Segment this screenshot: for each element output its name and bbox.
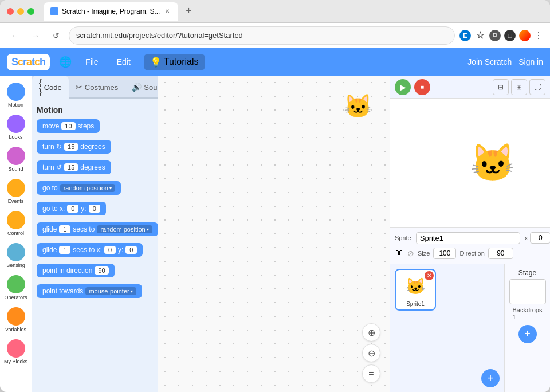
signin-button[interactable]: Sign in: [518, 57, 543, 66]
zoom-controls: ⊕ ⊖ =: [362, 323, 380, 383]
block-glide-to[interactable]: glide 1 secs to random position ▾: [37, 222, 158, 236]
tab-sounds-label: Sounds: [144, 83, 158, 92]
maximize-window-button[interactable]: [28, 8, 34, 15]
block-turn-ccw[interactable]: turn ↺ 15 degrees: [37, 160, 111, 174]
new-tab-button[interactable]: +: [180, 3, 197, 19]
forward-button[interactable]: →: [28, 28, 44, 44]
block-turn-cw-label: turn ↻: [42, 143, 62, 151]
large-stage-button[interactable]: ⊞: [511, 79, 527, 95]
url-input[interactable]: scratch.mit.edu/projects/editor/?tutoria…: [69, 26, 455, 45]
extension-e-icon[interactable]: E: [459, 30, 471, 41]
tab-sounds[interactable]: 🔊 Sounds: [125, 76, 158, 99]
stage-backdrop-thumb[interactable]: [509, 279, 546, 304]
block-point-towards-dropdown[interactable]: mouse-pointer ▾: [85, 287, 136, 295]
motion-label: Motion: [8, 102, 23, 108]
block-turn-ccw-suffix: degrees: [80, 163, 105, 171]
x-input[interactable]: [530, 232, 550, 244]
profile-icon[interactable]: □: [504, 30, 516, 41]
myblocks-label: My Blocks: [4, 359, 28, 364]
block-turn-cw-suffix: degrees: [80, 143, 105, 151]
variables-label: Variables: [5, 327, 26, 332]
edit-menu[interactable]: Edit: [112, 55, 135, 69]
block-point-dir[interactable]: point in direction 90: [37, 264, 115, 277]
block-glide-secs: 1: [59, 225, 70, 233]
minimize-window-button[interactable]: [17, 8, 24, 15]
script-area[interactable]: 🐱 ⊕ ⊖ =: [158, 76, 390, 392]
extension-icon[interactable]: ⧉: [489, 30, 501, 41]
zoom-out-button[interactable]: ⊖: [362, 344, 380, 362]
file-menu[interactable]: File: [81, 55, 103, 69]
sidebar-item-events[interactable]: Events: [1, 177, 31, 206]
stage-play-area: ▶ ■: [395, 79, 430, 95]
variables-circle: [7, 307, 25, 326]
block-glide-xy-secs: 1: [59, 246, 70, 254]
small-stage-button[interactable]: ⊟: [493, 79, 509, 95]
block-goto-xy[interactable]: go to x: 0 y: 0: [37, 202, 106, 215]
sound-circle: [7, 147, 25, 165]
show-sprite-button[interactable]: 👁: [395, 248, 404, 258]
main-content: Motion Looks Sound Events Control Sensin…: [0, 76, 550, 392]
block-turn-cw[interactable]: turn ↻ 15 degrees: [37, 140, 111, 154]
sprite-name-input[interactable]: [416, 232, 520, 244]
block-move[interactable]: move 10 steps: [37, 119, 100, 133]
sidebar-item-control[interactable]: Control: [1, 209, 31, 238]
sidebar-item-myblocks[interactable]: My Blocks: [1, 337, 31, 367]
block-goto[interactable]: go to random position ▾: [37, 181, 121, 195]
tab-code-label: Code: [44, 83, 62, 92]
block-point-towards[interactable]: point towards mouse-pointer ▾: [37, 284, 142, 298]
sprite-thumb-sprite1[interactable]: ✕ 🐱 Sprite1: [395, 269, 436, 311]
looks-label: Looks: [9, 134, 22, 140]
backdrops-count: 1: [513, 313, 516, 320]
size-input[interactable]: [433, 248, 456, 259]
avatar-icon[interactable]: [519, 30, 531, 41]
add-backdrop-button[interactable]: +: [518, 325, 537, 343]
refresh-button[interactable]: ↺: [48, 28, 64, 44]
fullscreen-button[interactable]: ⛶: [529, 79, 545, 95]
block-point-dir-label: point in direction: [42, 266, 92, 275]
sidebar-item-operators[interactable]: Operators: [1, 273, 31, 303]
motion-circle: [7, 83, 25, 101]
tab-area: Scratch - Imagine, Program, S... ✕ +: [44, 2, 543, 21]
tab-code[interactable]: { } Code: [32, 76, 69, 99]
tab-costumes[interactable]: ✂ Costumes: [69, 76, 125, 99]
size-label: Size: [418, 250, 430, 257]
sidebar-item-variables[interactable]: Variables: [1, 305, 31, 335]
close-window-button[interactable]: [7, 8, 14, 15]
block-point-dir-value: 90: [95, 266, 108, 275]
block-glide-xy[interactable]: glide 1 secs to x: 0 y: 0: [37, 243, 143, 257]
back-button[interactable]: ←: [7, 28, 23, 44]
sidebar-item-looks[interactable]: Looks: [1, 112, 31, 142]
sprite-name-label: Sprite: [395, 234, 411, 241]
sidebar-item-sensing[interactable]: Sensing: [1, 241, 31, 271]
add-sprite-button[interactable]: +: [481, 369, 500, 387]
stop-button[interactable]: ■: [414, 79, 430, 95]
block-glide-dropdown[interactable]: random position ▾: [97, 225, 152, 233]
hide-sprite-button[interactable]: ⊘: [407, 249, 414, 258]
block-turn-cw-value: 15: [64, 143, 78, 151]
tutorials-button[interactable]: 💡 Tutorials: [144, 54, 205, 70]
zoom-in-icon: ⊕: [368, 327, 375, 338]
zoom-in-button[interactable]: ⊕: [362, 323, 380, 342]
direction-input[interactable]: [488, 248, 513, 259]
block-move-suffix: steps: [78, 122, 95, 130]
block-goto-dropdown[interactable]: random position ▾: [60, 184, 115, 192]
zoom-reset-button[interactable]: =: [362, 364, 380, 383]
active-tab[interactable]: Scratch - Imagine, Program, S... ✕: [44, 2, 178, 21]
join-button[interactable]: Join Scratch: [467, 57, 512, 66]
sprite-in-editor: 🐱: [344, 93, 372, 120]
zoom-out-icon: ⊖: [368, 348, 375, 359]
star-icon[interactable]: ☆: [474, 30, 486, 41]
block-goto-y-label: y:: [81, 205, 86, 213]
sprite-delete-button[interactable]: ✕: [425, 271, 434, 280]
categories-sidebar: Motion Looks Sound Events Control Sensin…: [0, 76, 32, 392]
tutorials-label: Tutorials: [164, 57, 199, 67]
looks-circle: [7, 115, 25, 133]
tab-close-button[interactable]: ✕: [163, 7, 171, 15]
browser-menu-icon[interactable]: ⋮: [534, 30, 543, 41]
green-flag-button[interactable]: ▶: [395, 79, 411, 95]
sidebar-item-motion[interactable]: Motion: [1, 80, 31, 110]
language-button[interactable]: 🌐: [59, 56, 72, 68]
x-label: x: [525, 234, 528, 241]
sidebar-item-sound[interactable]: Sound: [1, 144, 31, 174]
direction-label: Direction: [459, 250, 484, 257]
